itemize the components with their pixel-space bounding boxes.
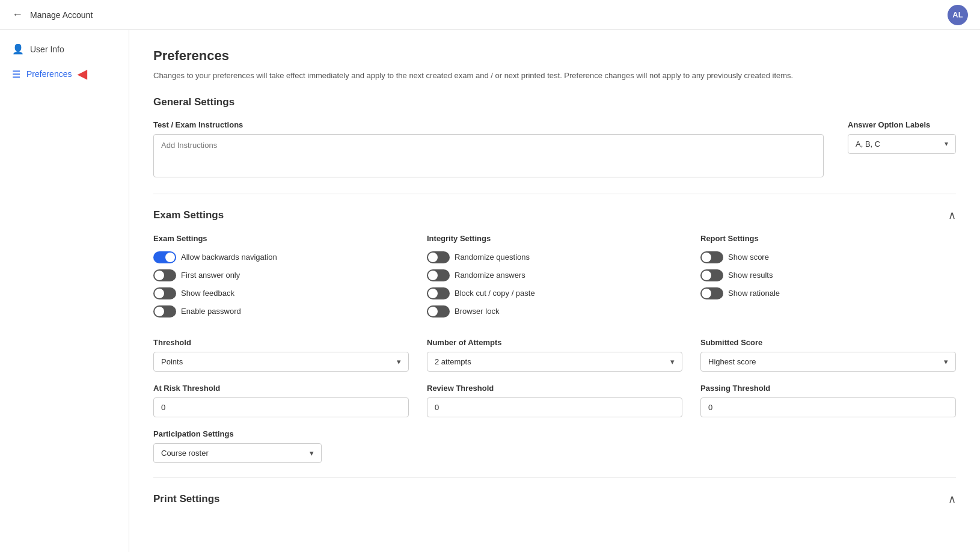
chevron-down-icon: ▾	[944, 357, 948, 366]
print-collapse-icon[interactable]: ∧	[948, 492, 956, 506]
sidebar-user-info-label: User Info	[30, 44, 64, 54]
chevron-down-icon: ▾	[670, 357, 675, 366]
toggle-randomize-answers: Randomize answers	[427, 269, 682, 281]
report-col-title: Report Settings	[700, 234, 956, 243]
integrity-col-title: Integrity Settings	[427, 234, 682, 243]
thresholds-grid: At Risk Threshold Review Threshold Passi…	[153, 384, 956, 417]
exam-toggles-grid: Exam Settings Allow backwards navigation…	[153, 234, 956, 324]
participation-label: Participation Settings	[153, 429, 956, 438]
threshold-group: Threshold Points ▾	[153, 338, 409, 372]
sidebar-item-user-info[interactable]: 👤 User Info	[0, 37, 129, 61]
allow-backwards-toggle[interactable]	[153, 251, 176, 263]
chevron-down-icon: ▾	[310, 449, 314, 458]
general-settings-section: General Settings Test / Exam Instruction…	[153, 96, 956, 179]
active-indicator-arrow: ◀	[78, 67, 87, 81]
first-answer-only-label: First answer only	[181, 271, 240, 280]
topbar-left: ← Manage Account	[12, 8, 93, 21]
main-layout: 👤 User Info ☰ Preferences ◀ Preferences …	[0, 30, 980, 552]
submitted-score-value: Highest score	[708, 357, 756, 366]
integrity-col: Integrity Settings Randomize questions R…	[427, 234, 682, 324]
manage-account-title: Manage Account	[30, 10, 93, 20]
content-area: Preferences Changes to your preferences …	[129, 30, 980, 552]
toggle-show-score: Show score	[700, 251, 956, 263]
submitted-score-group: Submitted Score Highest score ▾	[700, 338, 956, 372]
at-risk-label: At Risk Threshold	[153, 384, 409, 393]
instructions-block: Test / Exam Instructions	[153, 120, 824, 179]
show-results-label: Show results	[728, 271, 773, 280]
instructions-label: Test / Exam Instructions	[153, 120, 824, 129]
print-settings-title: Print Settings	[153, 493, 220, 505]
exam-col-title: Exam Settings	[153, 234, 409, 243]
report-col: Report Settings Show score Show results …	[700, 234, 956, 324]
number-of-attempts-value: 2 attempts	[435, 357, 471, 366]
number-of-attempts-select[interactable]: 2 attempts ▾	[427, 352, 682, 372]
show-feedback-toggle[interactable]	[153, 287, 176, 299]
general-settings-header: General Settings	[153, 96, 956, 108]
toggle-show-feedback: Show feedback	[153, 287, 409, 299]
submitted-score-select[interactable]: Highest score ▾	[700, 352, 956, 372]
browser-lock-toggle[interactable]	[427, 305, 450, 317]
review-threshold-input[interactable]	[427, 397, 682, 417]
passing-threshold-group: Passing Threshold	[700, 384, 956, 417]
randomize-answers-label: Randomize answers	[455, 271, 525, 280]
block-cut-copy-paste-label: Block cut / copy / paste	[455, 289, 535, 298]
print-settings-header: Print Settings ∧	[153, 492, 956, 506]
first-answer-only-toggle[interactable]	[153, 269, 176, 281]
show-rationale-label: Show rationale	[728, 289, 780, 298]
review-threshold-label: Review Threshold	[427, 384, 682, 393]
threshold-select[interactable]: Points ▾	[153, 352, 409, 372]
general-settings-title: General Settings	[153, 96, 234, 108]
collapse-icon[interactable]: ∧	[948, 209, 956, 222]
instructions-textarea[interactable]	[153, 134, 824, 177]
topbar: ← Manage Account AL	[0, 0, 980, 30]
sidebar-preferences-label: Preferences	[26, 69, 72, 79]
chevron-down-icon: ▾	[945, 140, 948, 148]
section-divider-2	[153, 477, 956, 478]
block-cut-copy-paste-toggle[interactable]	[427, 287, 450, 299]
answer-labels-value: A, B, C	[856, 140, 880, 149]
answer-labels-select[interactable]: A, B, C ▾	[848, 134, 956, 154]
toggle-enable-password: Enable password	[153, 305, 409, 317]
toggle-show-rationale: Show rationale	[700, 287, 956, 299]
sidebar: 👤 User Info ☰ Preferences ◀	[0, 30, 129, 552]
allow-backwards-label: Allow backwards navigation	[181, 253, 277, 262]
at-risk-input[interactable]	[153, 397, 409, 417]
show-score-toggle[interactable]	[700, 251, 723, 263]
number-of-attempts-group: Number of Attempts 2 attempts ▾	[427, 338, 682, 372]
exam-col: Exam Settings Allow backwards navigation…	[153, 234, 409, 324]
exam-settings-section: Exam Settings ∧ Exam Settings Allow back…	[153, 209, 956, 463]
threshold-label: Threshold	[153, 338, 409, 347]
participation-select[interactable]: Course roster ▾	[153, 443, 322, 463]
sidebar-item-preferences[interactable]: ☰ Preferences ◀	[0, 61, 129, 87]
show-feedback-label: Show feedback	[181, 289, 234, 298]
show-rationale-toggle[interactable]	[700, 287, 723, 299]
show-results-toggle[interactable]	[700, 269, 723, 281]
toggle-first-answer-only: First answer only	[153, 269, 409, 281]
section-divider-1	[153, 194, 956, 194]
preferences-icon: ☰	[12, 69, 20, 80]
avatar[interactable]: AL	[948, 5, 968, 25]
randomize-questions-toggle[interactable]	[427, 251, 450, 263]
print-settings-section: Print Settings ∧	[153, 492, 956, 506]
page-title: Preferences	[153, 48, 956, 64]
randomize-questions-label: Randomize questions	[455, 253, 530, 262]
toggle-allow-backwards: Allow backwards navigation	[153, 251, 409, 263]
review-threshold-group: Review Threshold	[427, 384, 682, 417]
answer-labels-block: Answer Option Labels A, B, C ▾	[848, 120, 956, 154]
dropdowns-grid: Threshold Points ▾ Number of Attempts 2 …	[153, 338, 956, 372]
exam-settings-title: Exam Settings	[153, 209, 224, 221]
page-description: Changes to your preferences will take ef…	[153, 70, 956, 82]
back-button[interactable]: ←	[12, 8, 23, 21]
enable-password-label: Enable password	[181, 307, 241, 316]
toggle-block-cut-copy-paste: Block cut / copy / paste	[427, 287, 682, 299]
at-risk-threshold-group: At Risk Threshold	[153, 384, 409, 417]
show-score-label: Show score	[728, 253, 769, 262]
user-icon: 👤	[12, 43, 24, 55]
browser-lock-label: Browser lock	[455, 307, 499, 316]
passing-threshold-input[interactable]	[700, 397, 956, 417]
participation-row: Participation Settings Course roster ▾	[153, 429, 956, 463]
randomize-answers-toggle[interactable]	[427, 269, 450, 281]
enable-password-toggle[interactable]	[153, 305, 176, 317]
toggle-browser-lock: Browser lock	[427, 305, 682, 317]
submitted-score-label: Submitted Score	[700, 338, 956, 347]
